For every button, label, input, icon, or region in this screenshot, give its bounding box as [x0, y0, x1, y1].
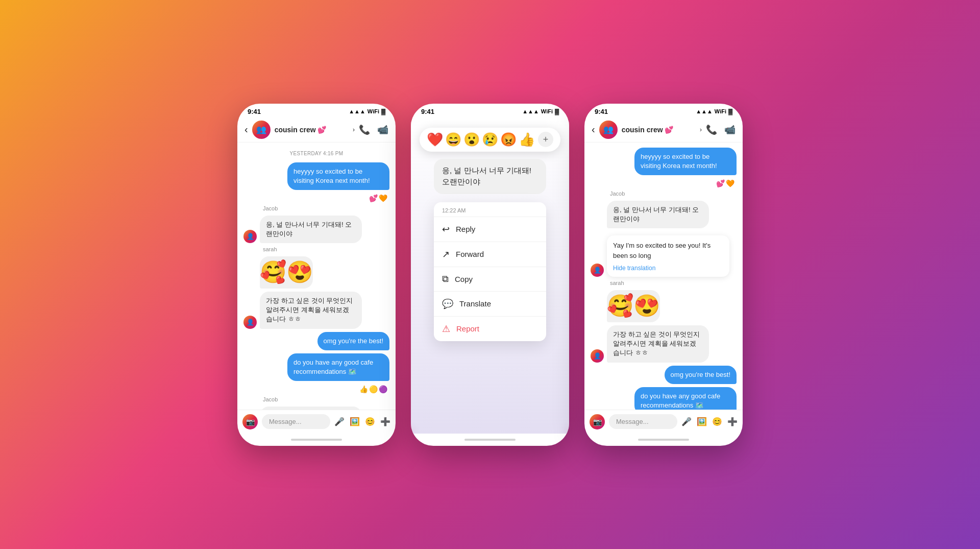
emoji-cry[interactable]: 😢 [482, 132, 498, 148]
home-bar-middle [464, 439, 516, 441]
emoji-angry[interactable]: 😡 [500, 132, 517, 148]
translation-card: Yay I'm so excited to see you! It's been… [607, 235, 729, 277]
mic-icon-left[interactable]: 🎤 [334, 417, 345, 426]
bubble-3[interactable]: 🥰😍 [260, 256, 313, 289]
middle-overlay: ❤️ 😄 😮 😢 😡 👍 + 응, 널 만나서 너무 기대돼! 오랜만이야 12… [411, 117, 569, 434]
back-button-left[interactable]: ‹ [244, 124, 248, 135]
input-icons-left: 🎤 🖼️ 😊 ➕ [334, 417, 390, 426]
signal-icon-middle: ▲▲▲ [522, 108, 539, 114]
sender-jacob-2: Jacob [263, 396, 389, 402]
r-bubble-5[interactable]: omg you're the best! [665, 366, 737, 384]
emoji-heart[interactable]: ❤️ [427, 132, 443, 148]
r-sender-jacob-1: Jacob [610, 190, 737, 197]
r-msg-row-2: 👤 응, 널 만나서 너무 기대돼! 오랜만이야 Yay I'm so exci… [591, 201, 737, 277]
bubble-6[interactable]: do you have any good cafe recommendation… [287, 353, 389, 381]
msg-row-5: omg you're the best! [243, 332, 389, 350]
sender-jacob-1: Jacob [263, 205, 389, 211]
input-icons-right: 🎤 🖼️ 😊 ➕ [681, 417, 738, 426]
r-bubble-3[interactable]: 🥰😍 [607, 290, 660, 322]
signal-icon-left: ▲▲▲ [349, 108, 365, 114]
r-msg-row-6: do you have any good cafe recommendation… [591, 387, 737, 410]
emoji-wow[interactable]: 😮 [463, 132, 480, 148]
timestamp-left: YESTERDAY 4:16 PM [243, 151, 389, 156]
wifi-icon-left: WiFi [368, 108, 379, 114]
chevron-right[interactable]: › [700, 126, 702, 133]
r-msg-row-5: omg you're the best! [591, 366, 737, 384]
r-bubble-2[interactable]: 응, 널 만나서 너무 기대돼! 오랜만이야 [607, 201, 709, 228]
menu-reply[interactable]: ↩ Reply [434, 217, 546, 242]
home-indicator-middle [411, 434, 569, 446]
phone-icon-left[interactable]: 📞 [359, 124, 370, 135]
avatar-left: 👥 [252, 121, 271, 139]
home-bar-right [638, 439, 689, 441]
chevron-left[interactable]: › [353, 126, 355, 133]
photo-icon-left[interactable]: 🖼️ [350, 417, 360, 426]
header-actions-right: 📞 📹 [706, 124, 736, 135]
wifi-icon-right: WiFi [715, 108, 726, 114]
home-indicator-left [237, 434, 396, 446]
status-time-left: 9:41 [248, 108, 261, 115]
chat-header-right: ‹ 👥 cousin crew 💕 › 📞 📹 [584, 117, 743, 142]
video-icon-right[interactable]: 📹 [724, 124, 736, 135]
r-bubble-1[interactable]: heyyyy so excited to be visiting Korea n… [634, 148, 737, 175]
emoji-reaction-bar: ❤️ 😄 😮 😢 😡 👍 + [420, 128, 560, 152]
highlighted-bubble-middle: 응, 널 만나서 너무 기대돼! 오랜만이야 [434, 159, 546, 194]
phone-left: 9:41 ▲▲▲ WiFi ▓ ‹ 👥 cousin crew 💕 › 📞 📹 … [237, 104, 396, 446]
group-name-left[interactable]: cousin crew 💕 [275, 126, 349, 134]
message-input-right[interactable]: Message... [609, 414, 677, 429]
status-time-middle: 9:41 [421, 108, 434, 115]
bubble-5[interactable]: omg you're the best! [317, 332, 389, 350]
chat-header-left: ‹ 👥 cousin crew 💕 › 📞 📹 [237, 117, 396, 142]
bubble-1[interactable]: heyyyy so excited to be visiting Korea n… [287, 162, 389, 190]
mic-icon-right[interactable]: 🎤 [681, 417, 692, 426]
msg-row-1: heyyyy so excited to be visiting Korea n… [243, 162, 389, 190]
status-icons-left: ▲▲▲ WiFi ▓ [349, 108, 385, 114]
battery-icon-right: ▓ [728, 108, 732, 114]
add-icon-right[interactable]: ➕ [727, 417, 738, 426]
emoji-icon-left[interactable]: 😊 [365, 417, 375, 426]
battery-icon-middle: ▓ [555, 108, 559, 114]
r-reaction-1: 💕🧡 [591, 179, 734, 187]
context-menu: 12:22 AM ↩ Reply ↗ Forward ⧉ Copy 💬 Tran… [434, 202, 546, 341]
status-bar-right: 9:41 ▲▲▲ WiFi ▓ [584, 104, 743, 117]
msg-row-4: 👤 가장 하고 싶은 것이 무엇인지 알려주시면 계획을 세워보겠 습니다 ㅎㅎ [243, 292, 389, 329]
reply-icon: ↩ [442, 224, 450, 235]
translate-icon: 💬 [442, 298, 453, 309]
r-bubble-6[interactable]: do you have any good cafe recommendation… [634, 387, 737, 410]
emoji-add-button[interactable]: + [538, 132, 553, 147]
forward-icon: ↗ [442, 249, 450, 260]
emoji-laugh[interactable]: 😄 [445, 132, 461, 148]
message-input-left[interactable]: Message... [262, 414, 330, 429]
add-icon-left[interactable]: ➕ [380, 417, 390, 426]
camera-button-left[interactable]: 📷 [242, 414, 258, 429]
menu-copy[interactable]: ⧉ Copy [434, 267, 546, 291]
photo-icon-right[interactable]: 🖼️ [697, 417, 707, 426]
home-bar-left [291, 439, 342, 441]
wifi-icon-middle: WiFi [541, 108, 553, 114]
r-sender-sarah: sarah [610, 280, 737, 286]
menu-translate[interactable]: 💬 Translate [434, 291, 546, 316]
r-bubble-4[interactable]: 가장 하고 싶은 것이 무엇인지 알려주시면 계획을 세워보겠 습니다 ㅎㅎ [607, 325, 709, 363]
phone-icon-right[interactable]: 📞 [706, 124, 717, 135]
r-msg-row-3: 🥰😍 [591, 290, 737, 322]
group-name-right[interactable]: cousin crew 💕 [622, 126, 696, 134]
hide-translation-button[interactable]: Hide translation [613, 265, 723, 272]
emoji-thumbsup[interactable]: 👍 [519, 132, 535, 148]
emoji-icon-right[interactable]: 😊 [712, 417, 722, 426]
menu-forward[interactable]: ↗ Forward [434, 242, 546, 267]
back-button-right[interactable]: ‹ [592, 124, 595, 135]
bubble-4[interactable]: 가장 하고 싶은 것이 무엇인지 알려주시면 계획을 세워보겠 습니다 ㅎㅎ [260, 292, 362, 329]
r-msg-row-4: 👤 가장 하고 싶은 것이 무엇인지 알려주시면 계획을 세워보겠 습니다 ㅎㅎ [591, 325, 737, 363]
video-icon-left[interactable]: 📹 [377, 124, 388, 135]
status-bar-middle: 9:41 ▲▲▲ WiFi ▓ [411, 104, 569, 117]
phone-middle: 9:41 ▲▲▲ WiFi ▓ ❤️ 😄 😮 😢 😡 👍 + 응, 널 만나서 … [411, 104, 569, 446]
messages-right: heyyyy so excited to be visiting Korea n… [584, 142, 743, 410]
menu-report[interactable]: ⚠ Report [434, 316, 546, 341]
camera-button-right[interactable]: 📷 [590, 414, 605, 429]
battery-icon-left: ▓ [381, 108, 385, 114]
bubble-2[interactable]: 응, 널 만나서 너무 기대돼! 오랜만이야 [260, 216, 362, 243]
reply-label: Reply [456, 225, 475, 233]
r-msg-row-1: heyyyy so excited to be visiting Korea n… [591, 148, 737, 175]
input-bar-right: 📷 Message... 🎤 🖼️ 😊 ➕ [584, 410, 743, 434]
phone-right: 9:41 ▲▲▲ WiFi ▓ ‹ 👥 cousin crew 💕 › 📞 📹 … [584, 104, 743, 446]
